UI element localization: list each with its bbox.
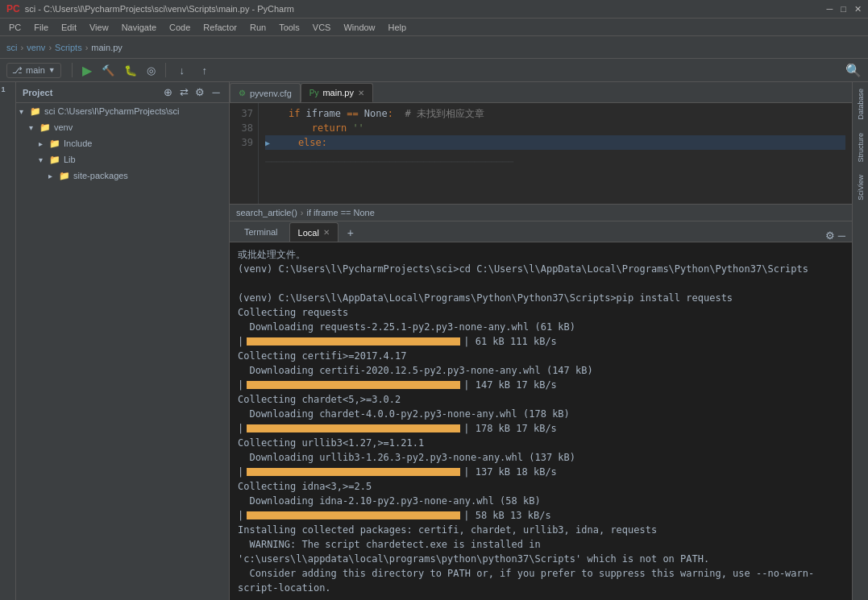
menu-vcs[interactable]: VCS	[307, 21, 337, 34]
menu-file[interactable]: File	[28, 21, 54, 34]
folder-icon-sitepackages: 📁	[58, 170, 71, 181]
term-line-3: (venv) C:\Users\l\AppData\Local\Programs…	[238, 291, 844, 305]
menu-code[interactable]: Code	[164, 21, 196, 34]
tab-main-close[interactable]: ✕	[358, 89, 364, 97]
window-controls[interactable]: ─ □ ✕	[827, 4, 862, 14]
nav-file[interactable]: main.py	[91, 43, 123, 52]
window-title: sci - C:\Users\l\PycharmProjects\sci\ven…	[25, 4, 294, 14]
progress-1: || 61 kB 111 kB/s	[238, 334, 844, 349]
tab-main[interactable]: Py main.py ✕	[301, 83, 373, 102]
terminal-content[interactable]: 或批处理文件。 (venv) C:\Users\l\PycharmProject…	[230, 242, 852, 600]
transfer-icon[interactable]: ⇄	[177, 86, 190, 99]
nav-scripts[interactable]: Scripts	[55, 43, 82, 52]
menu-help[interactable]: Help	[383, 21, 413, 34]
term-line-16: Consider adding this directory to PATH o…	[238, 566, 844, 595]
tab-local[interactable]: Local ✕	[289, 222, 338, 242]
expand-arrow-venv: ▾	[29, 123, 39, 132]
project-tree: ▾ 📁 sci C:\Users\l\PycharmProjects\sci ▾…	[16, 103, 229, 184]
tab-terminal[interactable]: Terminal	[236, 222, 286, 242]
vcs-update-button[interactable]: ↓	[173, 61, 191, 79]
search-everywhere-button[interactable]: 🔍	[845, 63, 862, 78]
term-line-blank	[238, 276, 844, 291]
titlebar-left: PC sci - C:\Users\l\PycharmProjects\sci\…	[6, 3, 294, 14]
local-tab-label: Local	[298, 228, 319, 238]
menu-view[interactable]: View	[84, 21, 114, 34]
titlebar: PC sci - C:\Users\l\PycharmProjects\sci\…	[0, 0, 868, 18]
settings-icon[interactable]: ⚙	[193, 86, 206, 99]
menu-run[interactable]: Run	[244, 21, 272, 34]
sidebar-project-icon[interactable]: 1	[2, 85, 15, 98]
breadcrumb-condition[interactable]: if iframe == None	[306, 208, 374, 217]
code-editor: 37 38 39 if iframe == None: # 未找到相应文章 re…	[230, 103, 852, 204]
term-line-1: 或批处理文件。	[238, 247, 844, 262]
database-panel-icon[interactable]: Database	[857, 85, 865, 123]
minimize-button[interactable]: ─	[827, 4, 833, 14]
progress-bar-2	[247, 381, 460, 389]
menu-tools[interactable]: Tools	[273, 21, 305, 34]
toolbar-separator-1	[72, 63, 73, 77]
progress-bar-5	[247, 511, 460, 519]
term-line-15: WARNING: The script chardetect.exe is in…	[238, 537, 844, 566]
run-button[interactable]: ▶	[80, 63, 94, 78]
line-num-39: 39	[230, 135, 253, 150]
maximize-button[interactable]: □	[841, 4, 846, 14]
menu-pc[interactable]: PC	[3, 21, 27, 34]
vcs-commit-button[interactable]: ↑	[196, 61, 214, 79]
term-line-4: Collecting requests	[238, 305, 844, 320]
menu-refactor[interactable]: Refactor	[197, 21, 243, 34]
term-line-14: Installing collected packages: certifi, …	[238, 523, 844, 537]
terminal-tab-label: Terminal	[244, 227, 278, 237]
nav-venv[interactable]: venv	[27, 43, 45, 52]
add-icon[interactable]: ⊕	[161, 86, 174, 99]
breadcrumb-arrow: ›	[301, 208, 304, 217]
add-terminal-button[interactable]: +	[342, 224, 359, 242]
debug-button[interactable]: 🐛	[122, 64, 139, 77]
structure-panel-icon[interactable]: Structure	[857, 130, 865, 166]
terminal-minimize-icon[interactable]: ─	[838, 230, 845, 242]
sciview-panel-icon[interactable]: SciView	[857, 172, 865, 204]
folder-icon-sci: 📁	[29, 106, 42, 117]
code-line-39: ▶ else:	[265, 135, 845, 150]
tree-item-include[interactable]: ▸ 📁 Include	[16, 135, 229, 151]
minimize-panel-icon[interactable]: ─	[210, 86, 222, 99]
term-line-13: Downloading idna-2.10-py2.py3-none-any.w…	[238, 494, 844, 508]
tree-label-sci: sci C:\Users\l\PycharmProjects\sci	[44, 106, 179, 116]
line-num-37: 37	[230, 106, 253, 121]
tree-label-include: Include	[64, 139, 92, 148]
code-line-40: ⎯⎯⎯⎯⎯⎯⎯⎯⎯⎯⎯⎯⎯⎯⎯⎯⎯⎯⎯⎯⎯⎯⎯⎯⎯⎯⎯⎯⎯⎯⎯⎯⎯⎯⎯⎯⎯⎯⎯⎯…	[265, 150, 845, 164]
folder-icon-include: 📁	[48, 138, 61, 149]
terminal-settings-icon[interactable]: ⚙	[825, 230, 835, 242]
tree-label-venv: venv	[54, 122, 73, 132]
folder-icon-venv: 📁	[39, 122, 52, 133]
expand-arrow-include: ▸	[39, 139, 48, 148]
local-tab-close[interactable]: ✕	[323, 228, 330, 237]
breadcrumb-func[interactable]: search_article()	[236, 208, 297, 217]
term-line-2: (venv) C:\Users\l\PycharmProjects\sci>cd…	[238, 262, 844, 276]
term-line-5: Downloading requests-2.25.1-py2.py3-none…	[238, 320, 844, 334]
menu-navigate[interactable]: Navigate	[116, 21, 162, 34]
code-line-38: return ''	[265, 121, 845, 135]
build-button[interactable]: 🔨	[99, 64, 117, 77]
coverage-button[interactable]: ◎	[144, 64, 158, 77]
tab-pyvenv[interactable]: ⚙ pyvenv.cfg	[230, 83, 301, 102]
branch-selector[interactable]: ⎇ main ▼	[6, 63, 61, 78]
tree-item-sitepackages[interactable]: ▸ 📁 site-packages	[16, 168, 229, 184]
tab-pyvenv-label: pyvenv.cfg	[250, 89, 292, 98]
close-button[interactable]: ✕	[854, 4, 862, 14]
menu-edit[interactable]: Edit	[56, 21, 82, 34]
menu-window[interactable]: Window	[338, 21, 380, 34]
tree-item-venv[interactable]: ▾ 📁 venv	[16, 119, 229, 135]
nav-sci[interactable]: sci	[6, 43, 17, 52]
branch-icon: ⎇	[12, 65, 23, 76]
tree-item-sci[interactable]: ▾ 📁 sci C:\Users\l\PycharmProjects\sci	[16, 103, 229, 119]
tree-item-lib[interactable]: ▾ 📁 Lib	[16, 151, 229, 168]
term-line-6: Collecting certifi>=2017.4.17	[238, 349, 844, 363]
expand-arrow-lib: ▾	[39, 155, 48, 164]
progress-5: || 58 kB 13 kB/s	[238, 508, 844, 523]
right-sidebar: Database Structure SciView	[852, 82, 868, 600]
progress-4: || 137 kB 18 kB/s	[238, 465, 844, 479]
code-content[interactable]: if iframe == None: # 未找到相应文章 return '' ▶…	[259, 103, 852, 204]
tree-label-lib: Lib	[64, 155, 76, 164]
term-line-7: Downloading certifi-2020.12.5-py2.py3-no…	[238, 363, 844, 378]
main-area: 1 Project ⊕ ⇄ ⚙ ─ ▾ 📁 sci C:\Users\l\Pyc…	[0, 82, 868, 600]
